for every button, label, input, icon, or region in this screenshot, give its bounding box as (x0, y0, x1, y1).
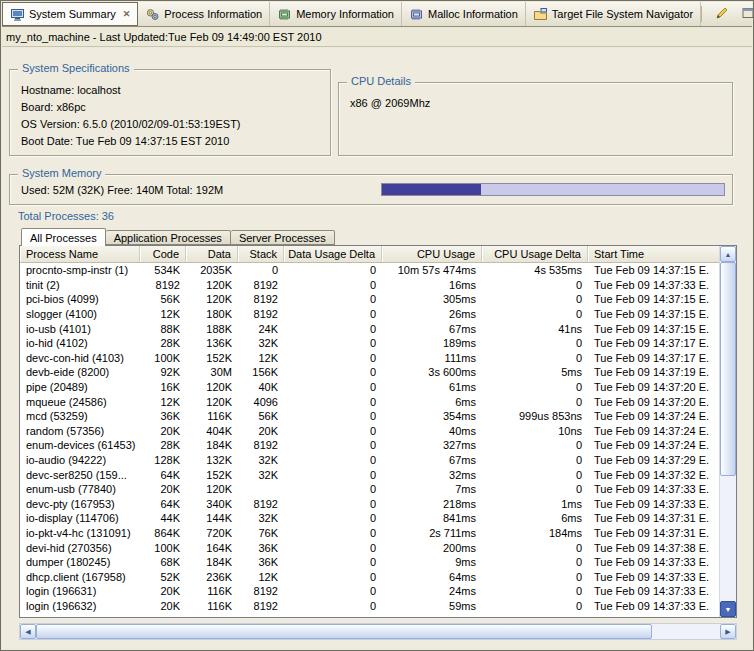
cell: 41ns (482, 321, 588, 336)
highlight-pen-icon[interactable] (714, 5, 730, 23)
process-row[interactable]: io-display (114706)44K144K32K0841ms6msTu… (20, 511, 719, 526)
cell: 0 (284, 569, 382, 584)
cell: 28K (140, 336, 186, 351)
table-horizontal-scrollbar[interactable]: ◀ ▶ (19, 623, 737, 640)
cell: 0 (284, 438, 382, 453)
column-header-stack[interactable]: Stack (238, 246, 284, 262)
cell: 20K (140, 424, 186, 439)
process-row[interactable]: pci-bios (4099)56K120K81920305ms0Tue Feb… (20, 292, 719, 307)
cell: 44K (140, 511, 186, 526)
process-row[interactable]: procnto-smp-instr (1)534K2035K0010m 57s … (20, 263, 719, 278)
cell: 6ms (482, 511, 588, 526)
scroll-up-icon[interactable]: ▲ (720, 246, 736, 262)
scroll-down-icon[interactable]: ▼ (720, 601, 736, 617)
cell: 20K (238, 424, 284, 439)
cell: 52K (140, 569, 186, 584)
column-header-data[interactable]: Data (186, 246, 238, 262)
process-row[interactable]: devc-pty (167953)64K340K81920218ms1msTue… (20, 497, 719, 512)
cell: slogger (4100) (20, 307, 140, 322)
process-row[interactable]: devc-con-hid (4103)100K152K12K0111ms0Tue… (20, 351, 719, 366)
cell: Tue Feb 09 14:37:24 E. (588, 409, 719, 424)
tab-process-information[interactable]: Process Information (138, 2, 270, 26)
cell: 32K (238, 467, 284, 482)
column-header-cpu-usage-delta[interactable]: CPU Usage Delta (482, 246, 588, 262)
cell: 16K (140, 380, 186, 395)
cell: 864K (140, 526, 186, 541)
process-row[interactable]: mcd (53259)36K116K56K0354ms999us 853nsTu… (20, 409, 719, 424)
process-row[interactable]: io-usb (4101)88K188K24K067ms41nsTue Feb … (20, 321, 719, 336)
process-row[interactable]: io-hid (4102)28K136K32K0189ms0Tue Feb 09… (20, 336, 719, 351)
cell: io-display (114706) (20, 511, 140, 526)
cell: 200ms (382, 540, 482, 555)
process-row[interactable]: slogger (4100)12K180K8192026ms0Tue Feb 0… (20, 307, 719, 322)
cell: 0 (284, 599, 382, 614)
process-row[interactable]: pipe (20489)16K120K40K061ms0Tue Feb 09 1… (20, 380, 719, 395)
tab-label: System Summary (29, 8, 116, 20)
tab-target-file-system-navigator[interactable]: Target File System Navigator (526, 2, 701, 26)
process-row[interactable]: enum-usb (77840)20K120K07ms0Tue Feb 09 1… (20, 482, 719, 497)
process-row[interactable]: tinit (2)8192120K8192016ms0Tue Feb 09 14… (20, 278, 719, 293)
cell: 10m 57s 474ms (382, 263, 482, 278)
process-row[interactable]: dhcp.client (167958)52K236K12K064ms0Tue … (20, 569, 719, 584)
process-row[interactable]: devi-hid (270356)100K164K36K0200ms0Tue F… (20, 540, 719, 555)
cell: 26ms (382, 307, 482, 322)
system-memory-title: System Memory (18, 167, 105, 179)
cell: 8192 (238, 307, 284, 322)
tab-label: Memory Information (296, 8, 394, 20)
cell: 218ms (382, 497, 482, 512)
process-row[interactable]: io-audio (94222)128K132K32K067ms0Tue Feb… (20, 453, 719, 468)
process-row[interactable]: devb-eide (8200)92K30M156K03s 600ms5msTu… (20, 365, 719, 380)
cell: Tue Feb 09 14:37:24 E. (588, 424, 719, 439)
memory-usage-fill (382, 184, 481, 195)
cell: 24ms (382, 584, 482, 599)
last-updated-text: my_nto_machine - Last Updated:Tue Feb 09… (6, 31, 322, 43)
cell: 0 (284, 540, 382, 555)
tab-close-icon[interactable]: ✕ (123, 9, 131, 19)
cell: 36K (238, 540, 284, 555)
process-row[interactable]: login (196633)20K116K8192062ms0Tue Feb 0… (20, 613, 719, 617)
file-system-icon (533, 7, 548, 22)
scroll-right-icon[interactable]: ▶ (720, 624, 736, 639)
column-header-process-name[interactable]: Process Name (20, 246, 140, 262)
cell: 184ms (482, 526, 588, 541)
process-row[interactable]: io-pkt-v4-hc (131091)864K720K76K02s 711m… (20, 526, 719, 541)
cell: dhcp.client (167958) (20, 569, 140, 584)
vertical-scroll-track[interactable] (720, 262, 736, 601)
cell: 116K (186, 613, 238, 617)
cell: 0 (284, 336, 382, 351)
tab-malloc-information[interactable]: Malloc Information (402, 2, 526, 26)
horizontal-scroll-thumb[interactable] (36, 624, 652, 639)
cell: 340K (186, 497, 238, 512)
process-row[interactable]: devc-ser8250 (159...64K152K32K032ms0Tue … (20, 467, 719, 482)
cell: 120K (186, 278, 238, 293)
column-header-code[interactable]: Code (140, 246, 186, 262)
horizontal-scroll-track[interactable] (36, 624, 720, 639)
column-header-start-time[interactable]: Start Time (588, 246, 719, 262)
process-row[interactable]: mqueue (24586)12K120K409606ms0Tue Feb 09… (20, 394, 719, 409)
scroll-left-icon[interactable]: ◀ (20, 624, 36, 639)
cell: Tue Feb 09 14:37:33 E. (588, 613, 719, 617)
minimize-view-icon[interactable] (742, 7, 754, 21)
cell: enum-usb (77840) (20, 482, 140, 497)
table-vertical-scrollbar[interactable]: ▲ ▼ (719, 246, 736, 617)
cell: 8192 (238, 497, 284, 512)
process-tab-all-processes[interactable]: All Processes (21, 228, 106, 246)
process-tab-application-processes[interactable]: Application Processes (106, 230, 231, 245)
tab-memory-information[interactable]: Memory Information (270, 2, 402, 26)
cell: 20K (140, 482, 186, 497)
process-row[interactable]: random (57356)20K404K20K040ms10nsTue Feb… (20, 424, 719, 439)
cell: 0 (284, 482, 382, 497)
system-memory-group: System Memory Used: 52M (32K) Free: 140M… (9, 174, 733, 205)
cell: 5ms (482, 365, 588, 380)
column-header-data-usage-delta[interactable]: Data Usage Delta (284, 246, 382, 262)
process-row[interactable]: login (196631)20K116K8192024ms0Tue Feb 0… (20, 584, 719, 599)
process-row[interactable]: enum-devices (61453)28K184K81920327ms0Tu… (20, 438, 719, 453)
process-row[interactable]: dumper (180245)68K184K36K09ms0Tue Feb 09… (20, 555, 719, 570)
process-row[interactable]: login (196632)20K116K8192059ms0Tue Feb 0… (20, 599, 719, 614)
tab-system-summary[interactable]: System Summary✕ (2, 2, 138, 26)
process-tab-server-processes[interactable]: Server Processes (231, 230, 335, 245)
column-header-cpu-usage[interactable]: CPU Usage (382, 246, 482, 262)
memory-chip-icon (277, 7, 292, 22)
cell (238, 482, 284, 497)
vertical-scroll-thumb[interactable] (720, 262, 736, 476)
